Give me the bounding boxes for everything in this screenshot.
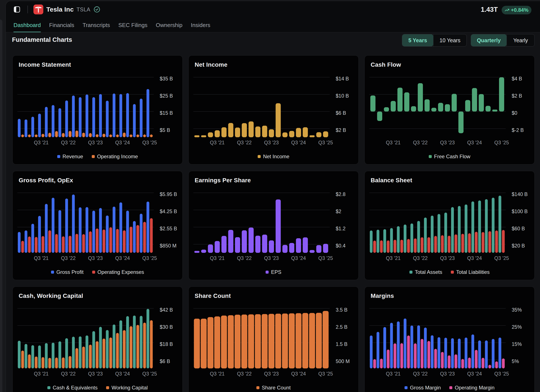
bar-cash-working-capital-cash-equivalents-q4-21[interactable] [45,343,48,368]
bar-share-count-share-count-q3-23[interactable] [268,314,274,368]
bar-balance-sheet-total-assets-q1-24[interactable] [458,206,461,253]
bar-margins-operating-margin-q2-23[interactable] [441,352,444,368]
bar-share-count-share-count-q1-25[interactable] [309,313,315,368]
bar-income-statement-operating-income-q1-24[interactable] [109,135,112,137]
bar-income-statement-operating-income-q3-22[interactable] [69,131,71,137]
bar-net-income-net-income-q3-22[interactable] [242,123,247,137]
bar-net-income-net-income-q1-23[interactable] [255,126,260,137]
bar-cash-working-capital-cash-equivalents-q4-24[interactable] [126,316,129,368]
tab-transcripts[interactable]: Transcripts [83,18,110,32]
bar-cash-flow-free-cash-flow-q3-24[interactable] [472,88,477,111]
toggle-option-10-years[interactable]: 10 Years [433,34,466,46]
bar-margins-operating-margin-q2-24[interactable] [468,358,471,368]
bar-income-statement-operating-income-q1-23[interactable] [82,133,85,137]
bar-gross-profit-opex-gross-profit-q3-24[interactable] [119,202,122,253]
bar-margins-gross-margin-q1-21[interactable] [377,332,380,368]
bar-margins-gross-margin-q3-22[interactable] [417,325,420,368]
bar-net-income-net-income-q3-21[interactable] [215,130,220,137]
bar-income-statement-revenue-q3-24[interactable] [119,94,122,137]
bar-share-count-share-count-q1-23[interactable] [255,314,261,368]
bar-cash-flow-free-cash-flow-q2-24[interactable] [465,100,470,111]
bar-gross-profit-opex-operating-expenses-q4-24[interactable] [130,227,132,253]
bar-net-income-net-income-q1-22[interactable] [228,123,233,137]
bar-cash-flow-free-cash-flow-q4-20[interactable] [370,95,375,111]
bar-income-statement-operating-income-q3-23[interactable] [96,134,99,137]
bar-net-income-net-income-q4-24[interactable] [303,127,308,137]
bar-gross-profit-opex-operating-expenses-q1-25[interactable] [136,225,139,253]
bar-gross-profit-opex-gross-profit-q4-22[interactable] [72,195,75,253]
bar-margins-operating-margin-q4-23[interactable] [455,354,457,368]
bar-margins-gross-margin-q4-23[interactable] [451,338,454,368]
bar-cash-working-capital-cash-equivalents-q2-24[interactable] [113,324,115,368]
bar-balance-sheet-total-liabilities-q4-23[interactable] [455,234,457,253]
bar-balance-sheet-total-assets-q1-21[interactable] [377,230,380,253]
bar-cash-working-capital-working-capital-q3-21[interactable] [42,357,44,368]
bar-share-count-share-count-q3-25[interactable] [323,311,329,368]
bar-net-income-net-income-q2-23[interactable] [262,126,267,137]
bar-balance-sheet-total-assets-q2-24[interactable] [465,204,467,253]
bar-gross-profit-opex-operating-expenses-q3-23[interactable] [96,229,99,253]
bar-income-statement-revenue-q4-24[interactable] [126,93,129,137]
bar-balance-sheet-total-liabilities-q3-25[interactable] [502,230,505,253]
bar-gross-profit-opex-gross-profit-q1-23[interactable] [79,207,81,253]
bar-cash-working-capital-cash-equivalents-q4-20[interactable] [18,341,20,368]
bar-income-statement-operating-income-q3-21[interactable] [42,134,44,137]
bar-gross-profit-opex-operating-expenses-q1-21[interactable] [28,236,31,253]
bar-share-count-share-count-q2-24[interactable] [289,313,295,368]
tab-dashboard[interactable]: Dashboard [14,18,41,32]
bar-gross-profit-opex-gross-profit-q1-21[interactable] [25,231,27,253]
bar-income-statement-operating-income-q1-25[interactable] [136,135,139,137]
bar-gross-profit-opex-operating-expenses-q4-22[interactable] [75,234,78,253]
bar-cash-working-capital-cash-equivalents-q3-21[interactable] [38,346,41,368]
bar-gross-profit-opex-operating-expenses-q2-22[interactable] [62,236,65,253]
bar-cash-working-capital-cash-equivalents-q1-22[interactable] [52,343,55,368]
bar-margins-gross-margin-q4-22[interactable] [424,328,427,368]
bar-share-count-share-count-q4-20[interactable] [194,319,200,368]
bar-balance-sheet-total-liabilities-q2-21[interactable] [387,240,390,253]
bar-balance-sheet-total-liabilities-q3-24[interactable] [475,232,478,253]
bar-income-statement-revenue-q3-23[interactable] [92,97,95,137]
bar-income-statement-revenue-q2-21[interactable] [31,117,34,137]
bar-margins-gross-margin-q4-21[interactable] [397,322,400,368]
bar-gross-profit-opex-operating-expenses-q4-21[interactable] [48,230,51,253]
bar-cash-working-capital-working-capital-q3-23[interactable] [96,341,99,368]
bar-cash-working-capital-cash-equivalents-q1-25[interactable] [133,316,136,368]
bar-income-statement-revenue-q2-25[interactable] [140,99,143,137]
bar-net-income-net-income-q2-21[interactable] [208,132,213,137]
bar-cash-flow-free-cash-flow-q2-23[interactable] [438,103,443,111]
bar-gross-profit-opex-operating-expenses-q4-20[interactable] [21,241,24,253]
bar-cash-working-capital-working-capital-q4-20[interactable] [21,351,24,368]
bar-net-income-net-income-q3-23[interactable] [269,129,274,137]
bar-net-income-net-income-q4-21[interactable] [221,127,227,137]
bar-earnings-per-share-eps-q2-23[interactable] [262,235,267,253]
bar-margins-operating-margin-q4-21[interactable] [400,343,403,368]
bar-balance-sheet-total-liabilities-q1-24[interactable] [461,234,464,253]
bar-income-statement-operating-income-q4-21[interactable] [48,133,51,137]
bar-cash-working-capital-cash-equivalents-q2-22[interactable] [59,341,61,368]
bar-cash-working-capital-cash-equivalents-q2-25[interactable] [140,316,143,368]
bar-income-statement-revenue-q1-24[interactable] [106,101,109,137]
bar-cash-working-capital-cash-equivalents-q1-23[interactable] [79,337,81,368]
bar-earnings-per-share-eps-q3-23[interactable] [269,240,274,253]
bar-balance-sheet-total-assets-q1-22[interactable] [404,225,406,253]
bar-income-statement-operating-income-q3-25[interactable] [150,135,153,137]
bar-income-statement-operating-income-q2-22[interactable] [62,133,65,137]
bar-share-count-share-count-q3-21[interactable] [214,317,220,368]
bar-income-statement-operating-income-q2-21[interactable] [35,135,38,137]
bar-income-statement-operating-income-q2-24[interactable] [116,135,119,137]
bar-cash-flow-free-cash-flow-q3-23[interactable] [445,104,450,111]
bar-share-count-share-count-q2-23[interactable] [262,314,268,368]
bar-balance-sheet-total-assets-q2-23[interactable] [438,214,440,253]
bar-balance-sheet-total-assets-q2-22[interactable] [410,223,413,253]
bar-income-statement-operating-income-q1-21[interactable] [28,135,31,137]
bar-gross-profit-opex-operating-expenses-q3-21[interactable] [42,236,44,253]
bar-share-count-share-count-q1-22[interactable] [228,315,234,368]
bar-balance-sheet-total-liabilities-q1-22[interactable] [407,239,410,253]
bar-cash-working-capital-working-capital-q1-21[interactable] [28,354,31,368]
toggle-option-5-years[interactable]: 5 Years [402,34,433,46]
bar-income-statement-revenue-q1-22[interactable] [52,105,55,137]
bar-cash-working-capital-cash-equivalents-q3-24[interactable] [119,320,122,368]
bar-cash-working-capital-working-capital-q3-24[interactable] [123,330,126,368]
bar-margins-gross-margin-q1-25[interactable] [485,341,488,368]
bar-margins-gross-margin-q1-22[interactable] [404,318,406,368]
